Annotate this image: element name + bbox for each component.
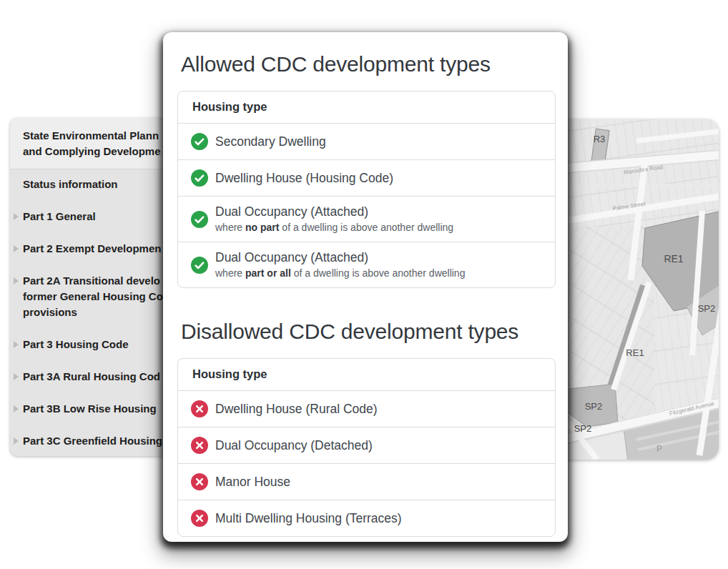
chevron-right-icon xyxy=(14,405,19,412)
allowed-housing-table: Housing type Secondary DwellingDwelling … xyxy=(177,91,556,288)
table-header: Housing type xyxy=(178,91,555,123)
map-zone-label: RE1 xyxy=(626,347,644,358)
housing-type-row: Dual Occupancy (Attached)where part or a… xyxy=(178,242,555,287)
chevron-right-icon xyxy=(14,277,19,284)
housing-type-label: Secondary Dwelling xyxy=(215,133,326,150)
housing-type-label: Dwelling House (Rural Code) xyxy=(215,400,378,417)
disallowed-housing-table: Housing type Dwelling House (Rural Code)… xyxy=(177,358,556,537)
sidebar-item[interactable]: Part 2 Exempt Developmen xyxy=(10,233,164,265)
sidebar-item-label: Part 2 Exempt Developmen xyxy=(23,241,151,257)
map-zone-label: SP2 xyxy=(574,423,592,434)
map-zone-label: P xyxy=(656,444,662,454)
x-circle-icon xyxy=(191,510,208,527)
housing-type-row: Dwelling House (Rural Code) xyxy=(178,390,555,427)
housing-type-row: Secondary Dwelling xyxy=(178,123,555,159)
chevron-right-icon xyxy=(14,213,19,220)
chevron-right-icon xyxy=(14,373,19,380)
chevron-right-icon xyxy=(14,437,19,445)
housing-type-label: Dual Occupancy (Attached) xyxy=(215,203,453,220)
sidebar-item-label: Part 3A Rural Housing Cod xyxy=(23,369,151,385)
chevron-right-icon xyxy=(14,341,19,348)
check-circle-icon xyxy=(191,133,208,150)
sidebar-item-label: Part 2A Transitional develoformer Genera… xyxy=(23,273,151,320)
housing-type-row: Manor House xyxy=(178,463,555,500)
sidebar-item-label: Status information xyxy=(23,177,151,192)
cdc-development-card: Allowed CDC development types Housing ty… xyxy=(163,32,568,542)
x-circle-icon xyxy=(191,400,208,417)
sidebar-item-label: Part 3C Greenfield Housing xyxy=(23,433,151,449)
check-circle-icon xyxy=(191,257,208,274)
sidebar-item[interactable]: Part 2A Transitional develoformer Genera… xyxy=(10,265,164,329)
housing-type-row: Dual Occupancy (Attached)where no part o… xyxy=(178,196,555,242)
housing-type-row: Dwelling House (Housing Code) xyxy=(178,159,555,196)
housing-type-label: Manor House xyxy=(215,473,290,490)
x-circle-icon xyxy=(191,437,208,454)
housing-type-row: Dual Occupancy (Detached) xyxy=(178,427,555,463)
sidebar-item-label: Part 3B Low Rise Housing xyxy=(23,401,151,417)
cdc-section: Allowed CDC development types Housing ty… xyxy=(177,51,554,288)
x-circle-icon xyxy=(191,473,208,490)
housing-type-label: Dual Occupancy (Detached) xyxy=(215,437,373,454)
section-title-allowed: Allowed CDC development types xyxy=(181,51,554,78)
sidebar-item-label: Part 3 Housing Code xyxy=(23,337,151,352)
housing-type-label: Dwelling House (Housing Code) xyxy=(215,169,393,187)
sidebar-item[interactable]: Status information xyxy=(10,169,164,201)
housing-type-note: where part or all of a dwelling is above… xyxy=(215,266,465,281)
housing-type-row: Multi Dwelling Housing (Terraces) xyxy=(178,500,555,536)
map-zone-label: SP2 xyxy=(585,401,603,412)
sidebar-item[interactable]: State Environmental Plannand Complying D… xyxy=(10,118,164,169)
chevron-right-icon xyxy=(14,245,19,252)
sidebar-item[interactable]: Part 3 Housing Code xyxy=(10,329,164,361)
housing-type-label: Multi Dwelling Housing (Terraces) xyxy=(215,510,402,527)
housing-type-label: Dual Occupancy (Attached) xyxy=(215,249,465,266)
sidebar-item-label: State Environmental Plannand Complying D… xyxy=(23,128,151,159)
check-circle-icon xyxy=(191,169,208,187)
map-zone-label: SP2 xyxy=(698,303,716,314)
map-zone-label: R3 xyxy=(594,134,606,144)
table-header: Housing type xyxy=(178,359,555,390)
table-body: Dwelling House (Rural Code)Dual Occupanc… xyxy=(178,390,555,536)
sidebar-item[interactable]: Part 3B Low Rise Housing xyxy=(10,393,164,425)
table-body: Secondary DwellingDwelling House (Housin… xyxy=(178,123,555,287)
check-circle-icon xyxy=(191,211,208,228)
cdc-section: Disallowed CDC development types Housing… xyxy=(177,318,554,537)
sidebar-nav: State Environmental Plannand Complying D… xyxy=(10,118,164,456)
sidebar-item-label: Part 1 General xyxy=(23,209,151,224)
housing-type-note: where no part of a dwelling is above ano… xyxy=(215,220,453,235)
sidebar-item[interactable]: Part 3A Rural Housing Cod xyxy=(10,361,164,393)
map-zone-label: RE1 xyxy=(664,253,683,264)
sidebar-item[interactable]: Part 1 General xyxy=(10,201,164,233)
sidebar-item[interactable]: Part 3C Greenfield Housing xyxy=(10,425,164,456)
section-title-disallowed: Disallowed CDC development types xyxy=(181,318,554,345)
